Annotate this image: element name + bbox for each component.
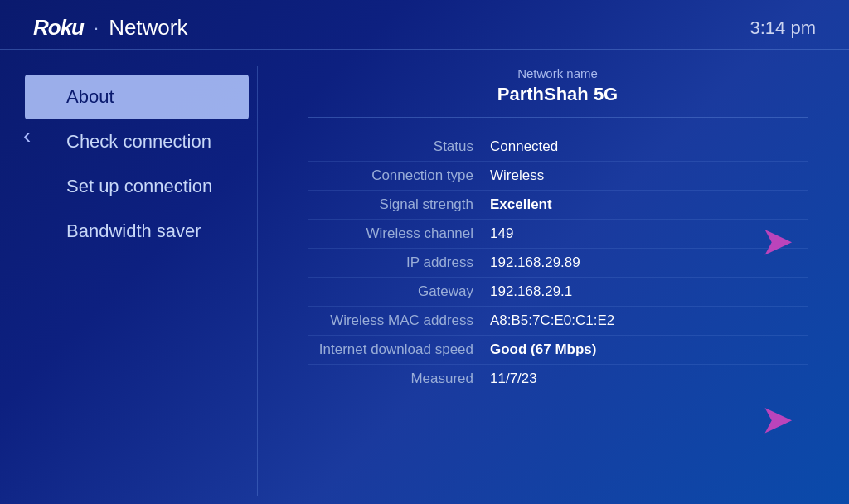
network-name-label: Network name [308,66,808,80]
sidebar: About Check connection Set up connection… [0,66,249,496]
header: Roku · Network 3:14 pm [0,0,849,49]
row-connection-type: Connection type Wireless [308,162,808,191]
label-signal-strength: Signal strength [308,196,490,213]
value-gateway: 192.168.29.1 [490,284,808,300]
value-status: Connected [490,138,808,155]
row-gateway: Gateway 192.168.29.1 [308,278,808,307]
sidebar-item-bandwidth-saver-label: Bandwidth saver [66,220,201,241]
label-wireless-channel: Wireless channel [308,225,490,242]
network-name-value: ParthShah 5G [308,84,808,105]
row-download-speed: Internet download speed Good (67 Mbps) [308,336,808,365]
main-content: ‹ About Check connection Set up connecti… [0,50,849,496]
sidebar-item-set-up-connection[interactable]: Set up connection [25,164,249,209]
sidebar-item-check-connection-label: Check connection [66,131,211,152]
back-arrow[interactable]: ‹ [23,123,31,149]
label-gateway: Gateway [308,284,490,300]
sidebar-item-bandwidth-saver[interactable]: Bandwidth saver [25,209,249,254]
row-signal-strength: Signal strength Excellent [308,191,808,220]
value-connection-type: Wireless [490,167,808,184]
value-wireless-mac: A8:B5:7C:E0:C1:E2 [490,313,808,329]
label-ip-address: IP address [308,254,490,271]
value-signal-strength: Excellent [490,196,808,213]
header-left: Roku · Network [33,15,187,41]
value-ip-address: 192.168.29.89 [490,254,808,271]
sidebar-item-about[interactable]: About [25,75,249,119]
page-title: Network [109,15,187,41]
row-measured: Measured 11/7/23 [308,365,808,393]
value-measured: 11/7/23 [490,371,808,387]
value-wireless-channel: 149 [490,225,808,242]
sidebar-item-about-label: About [66,86,114,107]
label-wireless-mac: Wireless MAC address [308,313,490,329]
label-measured: Measured [308,371,490,387]
label-download-speed: Internet download speed [308,342,490,358]
label-status: Status [308,138,490,155]
row-status: Status Connected [308,133,808,162]
info-table: Status Connected Connection type Wireles… [308,133,808,393]
header-dot: · [94,17,99,39]
value-download-speed: Good (67 Mbps) [490,342,808,358]
clock: 3:14 pm [750,17,817,39]
roku-logo: Roku [33,15,84,41]
label-connection-type: Connection type [308,167,490,184]
sidebar-item-check-connection[interactable]: Check connection [25,119,249,164]
sidebar-nav: About Check connection Set up connection… [25,75,249,254]
sidebar-item-set-up-connection-label: Set up connection [66,176,212,196]
network-name-section: Network name ParthShah 5G [308,66,808,118]
row-wireless-channel: Wireless channel 149 [308,220,808,249]
row-ip-address: IP address 192.168.29.89 [308,249,808,278]
row-wireless-mac: Wireless MAC address A8:B5:7C:E0:C1:E2 [308,307,808,336]
signal-arrow-annotation: ➤ [762,224,791,264]
measured-arrow-annotation: ➤ [762,402,791,443]
right-panel: Network name ParthShah 5G Status Connect… [257,66,849,496]
